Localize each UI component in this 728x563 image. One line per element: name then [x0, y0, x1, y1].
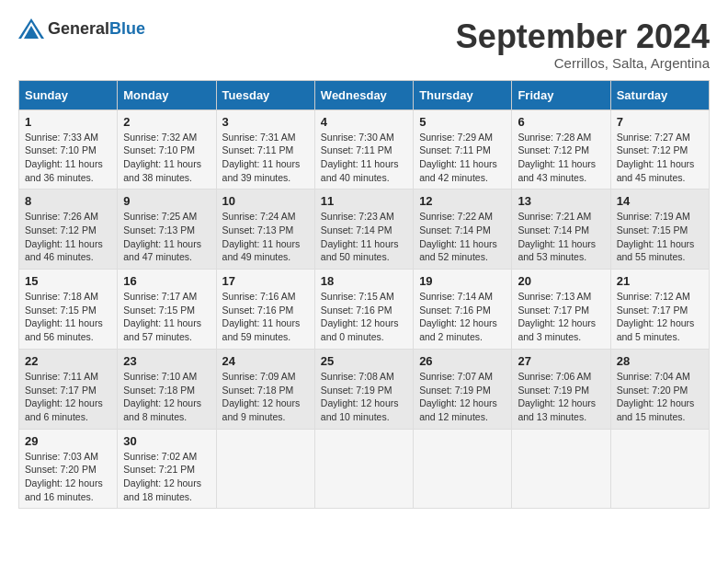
- calendar-cell: 24Sunrise: 7:09 AMSunset: 7:18 PMDayligh…: [216, 349, 314, 429]
- calendar-cell: 29Sunrise: 7:03 AMSunset: 7:20 PMDayligh…: [19, 429, 118, 509]
- day-info: Sunrise: 7:29 AMSunset: 7:11 PMDaylight:…: [419, 131, 506, 185]
- day-info: Sunrise: 7:25 AMSunset: 7:13 PMDaylight:…: [123, 210, 210, 264]
- day-number: 9: [123, 194, 210, 208]
- day-info: Sunrise: 7:31 AMSunset: 7:11 PMDaylight:…: [222, 131, 309, 185]
- calendar-cell: 21Sunrise: 7:12 AMSunset: 7:17 PMDayligh…: [610, 270, 709, 350]
- calendar-cell: 14Sunrise: 7:19 AMSunset: 7:15 PMDayligh…: [610, 190, 709, 270]
- day-info: Sunrise: 7:06 AMSunset: 7:19 PMDaylight:…: [518, 370, 604, 424]
- day-number: 14: [617, 194, 703, 208]
- calendar-cell: 17Sunrise: 7:16 AMSunset: 7:16 PMDayligh…: [216, 270, 314, 350]
- calendar-cell: 5Sunrise: 7:29 AMSunset: 7:11 PMDaylight…: [414, 109, 512, 190]
- day-info: Sunrise: 7:14 AMSunset: 7:16 PMDaylight:…: [419, 290, 506, 344]
- calendar-cell: 6Sunrise: 7:28 AMSunset: 7:12 PMDaylight…: [512, 109, 610, 190]
- calendar-body: 1Sunrise: 7:33 AMSunset: 7:10 PMDaylight…: [19, 109, 710, 509]
- day-info: Sunrise: 7:26 AMSunset: 7:12 PMDaylight:…: [25, 210, 111, 264]
- calendar-week-row: 22Sunrise: 7:11 AMSunset: 7:17 PMDayligh…: [19, 349, 710, 429]
- day-number: 8: [25, 194, 111, 208]
- calendar-cell: 19Sunrise: 7:14 AMSunset: 7:16 PMDayligh…: [414, 270, 512, 350]
- weekday-header-wednesday: Wednesday: [314, 80, 413, 109]
- weekday-header-friday: Friday: [512, 80, 610, 109]
- calendar-cell: 8Sunrise: 7:26 AMSunset: 7:12 PMDaylight…: [19, 190, 118, 270]
- day-info: Sunrise: 7:11 AMSunset: 7:17 PMDaylight:…: [25, 370, 111, 424]
- calendar-cell: 15Sunrise: 7:18 AMSunset: 7:15 PMDayligh…: [19, 270, 118, 350]
- day-number: 19: [419, 274, 506, 288]
- logo-text-blue: Blue: [109, 19, 145, 39]
- day-number: 2: [123, 115, 210, 129]
- calendar-cell: 9Sunrise: 7:25 AMSunset: 7:13 PMDaylight…: [118, 190, 216, 270]
- day-number: 7: [617, 115, 703, 129]
- day-info: Sunrise: 7:27 AMSunset: 7:12 PMDaylight:…: [617, 131, 703, 185]
- day-number: 23: [123, 354, 210, 368]
- day-number: 18: [321, 274, 407, 288]
- page-subtitle: Cerrillos, Salta, Argentina: [456, 55, 710, 71]
- day-number: 16: [123, 274, 210, 288]
- weekday-header-monday: Monday: [118, 80, 216, 109]
- calendar-cell: [512, 429, 610, 509]
- calendar-week-row: 29Sunrise: 7:03 AMSunset: 7:20 PMDayligh…: [19, 429, 710, 509]
- calendar-cell: 30Sunrise: 7:02 AMSunset: 7:21 PMDayligh…: [118, 429, 216, 509]
- calendar-cell: [216, 429, 314, 509]
- day-info: Sunrise: 7:17 AMSunset: 7:15 PMDaylight:…: [123, 290, 210, 344]
- calendar-cell: 11Sunrise: 7:23 AMSunset: 7:14 PMDayligh…: [314, 190, 413, 270]
- calendar-cell: 7Sunrise: 7:27 AMSunset: 7:12 PMDaylight…: [610, 109, 709, 190]
- day-number: 30: [123, 434, 210, 448]
- calendar-cell: 3Sunrise: 7:31 AMSunset: 7:11 PMDaylight…: [216, 109, 314, 190]
- calendar-cell: 20Sunrise: 7:13 AMSunset: 7:17 PMDayligh…: [512, 270, 610, 350]
- logo: General Blue: [18, 18, 145, 39]
- calendar-cell: 10Sunrise: 7:24 AMSunset: 7:13 PMDayligh…: [216, 190, 314, 270]
- day-info: Sunrise: 7:19 AMSunset: 7:15 PMDaylight:…: [617, 210, 703, 264]
- day-info: Sunrise: 7:24 AMSunset: 7:13 PMDaylight:…: [222, 210, 309, 264]
- weekday-header-thursday: Thursday: [414, 80, 512, 109]
- calendar-header: SundayMondayTuesdayWednesdayThursdayFrid…: [19, 80, 710, 109]
- day-number: 27: [518, 354, 604, 368]
- day-info: Sunrise: 7:04 AMSunset: 7:20 PMDaylight:…: [617, 370, 703, 424]
- calendar-cell: 23Sunrise: 7:10 AMSunset: 7:18 PMDayligh…: [118, 349, 216, 429]
- calendar-cell: 18Sunrise: 7:15 AMSunset: 7:16 PMDayligh…: [314, 270, 413, 350]
- weekday-header-row: SundayMondayTuesdayWednesdayThursdayFrid…: [19, 80, 710, 109]
- day-info: Sunrise: 7:13 AMSunset: 7:17 PMDaylight:…: [518, 290, 604, 344]
- calendar-cell: 25Sunrise: 7:08 AMSunset: 7:19 PMDayligh…: [314, 349, 413, 429]
- calendar-week-row: 15Sunrise: 7:18 AMSunset: 7:15 PMDayligh…: [19, 270, 710, 350]
- calendar-cell: 4Sunrise: 7:30 AMSunset: 7:11 PMDaylight…: [314, 109, 413, 190]
- calendar-cell: [314, 429, 413, 509]
- day-info: Sunrise: 7:16 AMSunset: 7:16 PMDaylight:…: [222, 290, 309, 344]
- page-title: September 2024: [456, 18, 710, 55]
- day-info: Sunrise: 7:30 AMSunset: 7:11 PMDaylight:…: [321, 131, 407, 185]
- calendar-week-row: 1Sunrise: 7:33 AMSunset: 7:10 PMDaylight…: [19, 109, 710, 190]
- day-info: Sunrise: 7:15 AMSunset: 7:16 PMDaylight:…: [321, 290, 407, 344]
- page-header: General Blue September 2024 Cerrillos, S…: [18, 18, 710, 71]
- calendar-cell: 2Sunrise: 7:32 AMSunset: 7:10 PMDaylight…: [118, 109, 216, 190]
- weekday-header-sunday: Sunday: [19, 80, 118, 109]
- day-number: 12: [419, 194, 506, 208]
- day-number: 11: [321, 194, 407, 208]
- calendar-cell: 16Sunrise: 7:17 AMSunset: 7:15 PMDayligh…: [118, 270, 216, 350]
- day-number: 20: [518, 274, 604, 288]
- day-info: Sunrise: 7:08 AMSunset: 7:19 PMDaylight:…: [321, 370, 407, 424]
- day-number: 28: [617, 354, 703, 368]
- calendar-cell: [414, 429, 512, 509]
- calendar-cell: 22Sunrise: 7:11 AMSunset: 7:17 PMDayligh…: [19, 349, 118, 429]
- day-info: Sunrise: 7:21 AMSunset: 7:14 PMDaylight:…: [518, 210, 604, 264]
- calendar-cell: 28Sunrise: 7:04 AMSunset: 7:20 PMDayligh…: [610, 349, 709, 429]
- day-info: Sunrise: 7:32 AMSunset: 7:10 PMDaylight:…: [123, 131, 210, 185]
- day-number: 3: [222, 115, 309, 129]
- calendar-cell: 12Sunrise: 7:22 AMSunset: 7:14 PMDayligh…: [414, 190, 512, 270]
- day-info: Sunrise: 7:10 AMSunset: 7:18 PMDaylight:…: [123, 370, 210, 424]
- weekday-header-saturday: Saturday: [610, 80, 709, 109]
- day-info: Sunrise: 7:23 AMSunset: 7:14 PMDaylight:…: [321, 210, 407, 264]
- logo-text-general: General: [48, 19, 109, 39]
- day-number: 15: [25, 274, 111, 288]
- day-number: 22: [25, 354, 111, 368]
- calendar-cell: 13Sunrise: 7:21 AMSunset: 7:14 PMDayligh…: [512, 190, 610, 270]
- day-info: Sunrise: 7:22 AMSunset: 7:14 PMDaylight:…: [419, 210, 506, 264]
- title-block: September 2024 Cerrillos, Salta, Argenti…: [456, 18, 710, 71]
- day-number: 17: [222, 274, 309, 288]
- calendar-cell: 26Sunrise: 7:07 AMSunset: 7:19 PMDayligh…: [414, 349, 512, 429]
- day-number: 5: [419, 115, 506, 129]
- calendar-cell: [610, 429, 709, 509]
- calendar-week-row: 8Sunrise: 7:26 AMSunset: 7:12 PMDaylight…: [19, 190, 710, 270]
- day-number: 25: [321, 354, 407, 368]
- day-info: Sunrise: 7:03 AMSunset: 7:20 PMDaylight:…: [25, 450, 111, 504]
- day-info: Sunrise: 7:09 AMSunset: 7:18 PMDaylight:…: [222, 370, 309, 424]
- logo-icon: [18, 18, 44, 39]
